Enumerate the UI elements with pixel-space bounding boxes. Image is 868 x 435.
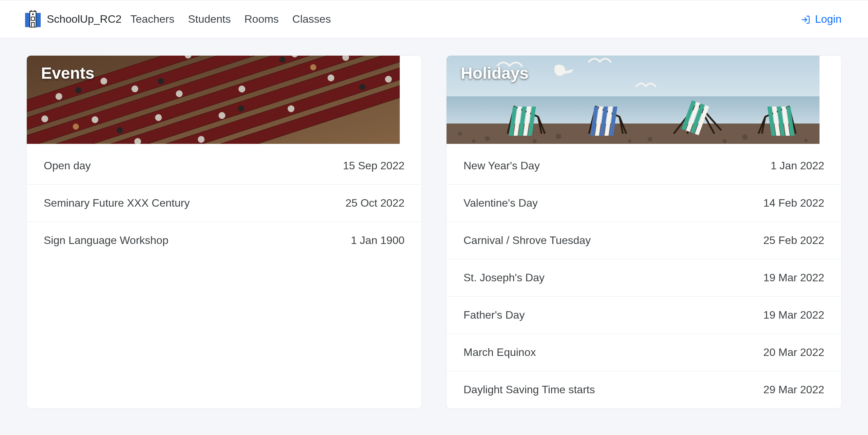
list-item[interactable]: Daylight Saving Time starts 29 Mar 2022 bbox=[447, 371, 841, 408]
svg-point-64 bbox=[723, 139, 727, 143]
svg-point-52 bbox=[458, 132, 462, 136]
nav-link-classes[interactable]: Classes bbox=[292, 13, 331, 25]
holiday-name: Father's Day bbox=[463, 309, 525, 321]
list-item[interactable]: March Equinox 20 Mar 2022 bbox=[447, 334, 841, 371]
holiday-name: New Year's Day bbox=[463, 159, 540, 172]
svg-point-55 bbox=[556, 134, 561, 139]
svg-point-53 bbox=[485, 136, 490, 141]
list-item[interactable]: Father's Day 19 Mar 2022 bbox=[447, 296, 841, 334]
svg-rect-0 bbox=[25, 13, 30, 27]
main-container: Events Open day 15 Sep 2022 Seminary Fut… bbox=[0, 38, 868, 425]
svg-point-59 bbox=[742, 134, 748, 140]
list-item[interactable]: Valentine's Day 14 Feb 2022 bbox=[447, 184, 841, 222]
event-name: Sign Language Workshop bbox=[44, 234, 169, 247]
svg-rect-1 bbox=[36, 13, 41, 27]
holiday-name: St. Joseph's Day bbox=[463, 271, 545, 284]
holiday-date: 1 Jan 2022 bbox=[771, 159, 824, 172]
events-card: Events Open day 15 Sep 2022 Seminary Fut… bbox=[26, 55, 422, 409]
nav-link-teachers[interactable]: Teachers bbox=[131, 13, 175, 25]
svg-point-62 bbox=[533, 139, 537, 143]
nav-link-students[interactable]: Students bbox=[188, 13, 231, 25]
svg-point-61 bbox=[472, 139, 475, 143]
list-item[interactable]: St. Joseph's Day 19 Mar 2022 bbox=[447, 259, 841, 296]
holiday-date: 25 Feb 2022 bbox=[763, 234, 824, 247]
holiday-date: 19 Mar 2022 bbox=[763, 309, 824, 321]
list-item[interactable]: Sign Language Workshop 1 Jan 1900 bbox=[27, 222, 421, 259]
holidays-card: Holidays New Year's Day 1 Jan 2022 Valen… bbox=[446, 55, 842, 409]
holiday-name: Carnival / Shrove Tuesday bbox=[463, 234, 591, 247]
list-item[interactable]: Seminary Future XXX Century 25 Oct 2022 bbox=[27, 184, 421, 222]
holiday-date: 20 Mar 2022 bbox=[763, 346, 824, 359]
login-link[interactable]: Login bbox=[801, 13, 842, 25]
holiday-date: 14 Feb 2022 bbox=[763, 197, 824, 209]
navbar-brand[interactable]: SchoolUp_RC2 bbox=[24, 10, 122, 29]
holiday-date: 29 Mar 2022 bbox=[763, 383, 824, 396]
holiday-name: Valentine's Day bbox=[463, 197, 538, 209]
events-title: Events bbox=[41, 64, 94, 82]
holidays-list: New Year's Day 1 Jan 2022 Valentine's Da… bbox=[447, 147, 841, 408]
event-date: 25 Oct 2022 bbox=[346, 197, 405, 209]
event-date: 15 Sep 2022 bbox=[343, 159, 405, 172]
holidays-title: Holidays bbox=[461, 64, 529, 82]
list-item[interactable]: Carnival / Shrove Tuesday 25 Feb 2022 bbox=[447, 222, 841, 259]
svg-point-65 bbox=[804, 139, 808, 142]
svg-point-63 bbox=[628, 139, 631, 143]
event-name: Open day bbox=[44, 159, 91, 172]
svg-point-4 bbox=[32, 13, 34, 15]
login-label: Login bbox=[815, 13, 842, 25]
event-date: 1 Jan 1900 bbox=[351, 234, 405, 247]
svg-point-57 bbox=[648, 137, 652, 141]
holiday-name: March Equinox bbox=[463, 346, 536, 359]
events-list: Open day 15 Sep 2022 Seminary Future XXX… bbox=[27, 147, 421, 259]
holiday-date: 19 Mar 2022 bbox=[763, 271, 824, 284]
holiday-name: Daylight Saving Time starts bbox=[463, 383, 595, 396]
event-name: Seminary Future XXX Century bbox=[44, 197, 190, 209]
nav-link-rooms[interactable]: Rooms bbox=[244, 13, 279, 25]
list-item[interactable]: New Year's Day 1 Jan 2022 bbox=[447, 147, 841, 184]
navbar: SchoolUp_RC2 Teachers Students Rooms Cla… bbox=[0, 0, 868, 38]
navbar-nav: Teachers Students Rooms Classes bbox=[131, 13, 331, 25]
navbar-brand-label: SchoolUp_RC2 bbox=[47, 13, 122, 25]
list-item[interactable]: Open day 15 Sep 2022 bbox=[27, 147, 421, 184]
login-icon bbox=[801, 15, 810, 24]
svg-marker-3 bbox=[30, 10, 36, 12]
holidays-hero: Holidays bbox=[447, 56, 841, 144]
school-logo-icon bbox=[24, 10, 42, 29]
events-hero: Events bbox=[27, 56, 421, 144]
